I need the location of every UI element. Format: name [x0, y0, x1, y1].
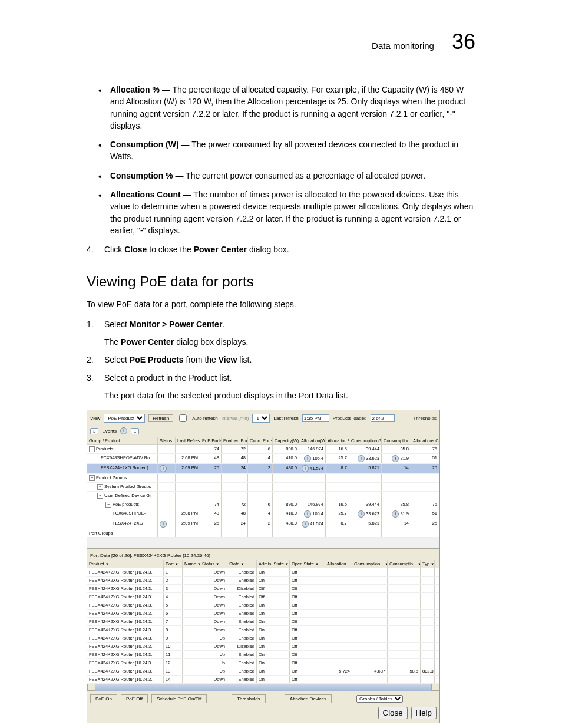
cell — [388, 634, 421, 642]
thresholds-label: Thresholds — [413, 416, 437, 421]
port-row[interactable]: FESX424+2XG Router [10.24.3...6DownEnabl… — [87, 610, 439, 618]
events-label: Events — [102, 429, 116, 434]
section-heading: Viewing PoE data for ports — [87, 274, 475, 290]
cell: 6 — [164, 610, 183, 617]
cell: 26 — [200, 464, 222, 473]
cell: i 31.9 — [382, 454, 411, 463]
cell — [326, 474, 349, 482]
cell — [183, 601, 200, 609]
cell: 480.0 — [273, 519, 299, 529]
column-header[interactable]: Allocation(W) — [299, 437, 326, 444]
cell: Enabled — [227, 634, 257, 642]
cell: 48 — [200, 454, 222, 463]
graphs-tables-select[interactable]: Graphs / Tables — [356, 695, 403, 703]
tree-row[interactable]: −System Product Groups — [87, 483, 439, 492]
column-header[interactable]: PoE Ports — [200, 437, 222, 444]
cell — [411, 529, 439, 537]
thresholds-count[interactable]: 3 — [90, 428, 98, 434]
help-button[interactable]: Help — [411, 707, 437, 719]
column-header[interactable]: Consumption... ▼ — [352, 560, 388, 568]
cell — [411, 474, 439, 482]
port-row[interactable]: FESX424+2XG Router [10.24.3...2DownEnabl… — [87, 577, 439, 585]
column-header[interactable]: Typ ▼ — [421, 560, 435, 568]
column-header[interactable]: Allocation... ▼ — [325, 560, 352, 568]
port-row[interactable]: FESX424+2XG Router [10.24.3...11UpEnable… — [87, 651, 439, 659]
column-header[interactable]: Status — [158, 437, 176, 444]
column-header[interactable]: Product ▼ — [87, 560, 164, 568]
cell: FESX424+2XG Router [10.24.3... — [87, 626, 164, 634]
cell — [388, 585, 421, 592]
cell — [326, 483, 349, 491]
tree-row[interactable]: FCX648SHPOE-2:08 PM48484410.0i 105.425.7… — [87, 509, 439, 519]
cell: FESX424+2XG Router [10.24.3... — [87, 577, 164, 584]
cell: FESX424+2XG Router [10.24.3... — [87, 610, 164, 617]
cell — [176, 500, 200, 509]
events-count[interactable]: 1 — [131, 428, 139, 434]
column-header[interactable]: Port ▼ — [164, 560, 183, 568]
refresh-button[interactable]: Refresh — [148, 414, 173, 422]
port-row[interactable]: FESX424+2XG Router [10.24.3...1DownEnabl… — [87, 568, 439, 577]
cell: 39.444 — [349, 445, 382, 453]
tree-row[interactable]: −User-Defined Device Gr — [87, 492, 439, 500]
tree-row[interactable]: −Product Groups — [87, 474, 439, 483]
port-row[interactable]: FESX424+2XG Router [10.24.3...7DownEnabl… — [87, 618, 439, 626]
column-header[interactable]: Admin. State ▼ — [257, 560, 290, 568]
column-header[interactable]: Allocations Co... — [411, 437, 439, 444]
cell — [421, 651, 435, 658]
cell — [388, 651, 421, 658]
cell — [273, 492, 299, 500]
cell: FESX424+2XG Router [10.24.3... — [87, 651, 164, 658]
close-button[interactable]: Close — [378, 707, 408, 719]
tree-row[interactable]: Port Groups — [87, 529, 439, 538]
poe-off-button[interactable]: PoE Off — [121, 694, 148, 703]
tree-row[interactable]: FESX424+2XGi2:09 PM26242480.0i 41.5748.7… — [87, 519, 439, 529]
column-header[interactable]: Allocation % — [326, 437, 349, 444]
autorefresh-checkbox[interactable] — [179, 414, 187, 422]
column-header[interactable]: Name ▼ — [183, 560, 200, 568]
cell: 410.0 — [273, 454, 299, 463]
horizontal-scrollbar[interactable] — [87, 684, 439, 691]
cell: −System Product Groups — [87, 483, 158, 491]
port-row[interactable]: FESX424+2XG Router [10.24.3...13UpEnable… — [87, 667, 439, 676]
port-row[interactable]: FESX424+2XG Router [10.24.3...8DownEnabl… — [87, 626, 439, 634]
cell: 74 — [200, 500, 222, 509]
cell: i 105.4 — [299, 454, 326, 463]
attached-devices-button[interactable]: Attached Devices — [285, 694, 332, 703]
cell: On — [290, 667, 325, 675]
port-row[interactable]: FESX424+2XG Router [10.24.3...3DownDisab… — [87, 585, 439, 593]
column-header[interactable]: Consumptio... ▼ — [388, 560, 421, 568]
cell: 2 — [248, 519, 273, 529]
cell — [325, 659, 352, 667]
column-header[interactable]: Conn. Ports — [248, 437, 273, 444]
interval-select[interactable]: 15 — [252, 414, 270, 423]
port-row[interactable]: FESX424+2XG Router [10.24.3...12UpEnable… — [87, 659, 439, 667]
view-select[interactable]: PoE Products — [104, 414, 145, 423]
cell: Down — [200, 618, 227, 625]
column-header[interactable]: Capacity(W) — [273, 437, 299, 444]
tree-row[interactable]: −PoE products74726890.0146.97416.539.444… — [87, 500, 439, 509]
poe-on-button[interactable]: PoE On — [90, 694, 117, 703]
schedule-button[interactable]: Schedule PoE On/Off — [151, 694, 207, 703]
cell — [299, 474, 326, 482]
column-header[interactable]: Oper. State ▼ — [290, 560, 325, 568]
thresholds-button[interactable]: Thresholds — [232, 694, 266, 703]
port-row[interactable]: FESX424+2XG Router [10.24.3...5DownEnabl… — [87, 601, 439, 610]
column-header[interactable]: Consumption % — [382, 437, 411, 444]
tree-row[interactable]: FCX648SHPOE-ADV Ro2:08 PM48484410.0i 105… — [87, 454, 439, 464]
column-header[interactable]: Enabled Ports — [222, 437, 248, 444]
column-header[interactable]: Last Refresh — [176, 437, 200, 444]
column-header[interactable]: Consumption (W) — [349, 437, 382, 444]
cell — [273, 483, 299, 491]
port-row[interactable]: FESX424+2XG Router [10.24.3...14DownEnab… — [87, 676, 439, 684]
tree-row[interactable]: −Products74726890.0146.97416.539.44435.8… — [87, 445, 439, 454]
port-row[interactable]: FESX424+2XG Router [10.24.3...9UpEnabled… — [87, 634, 439, 643]
tree-row[interactable]: FESX424+2XG Router [i2:09 PM26242480.0i … — [87, 464, 439, 474]
column-header[interactable]: State ▼ — [227, 560, 257, 568]
column-header[interactable]: Status ▼ — [200, 560, 227, 568]
cell — [299, 483, 326, 491]
cell: 6 — [248, 445, 273, 453]
column-header[interactable]: Group / Product — [87, 437, 158, 444]
port-row[interactable]: FESX424+2XG Router [10.24.3...4DownEnabl… — [87, 593, 439, 601]
port-row[interactable]: FESX424+2XG Router [10.24.3...10DownDisa… — [87, 643, 439, 651]
cell: Enabled — [227, 667, 257, 675]
